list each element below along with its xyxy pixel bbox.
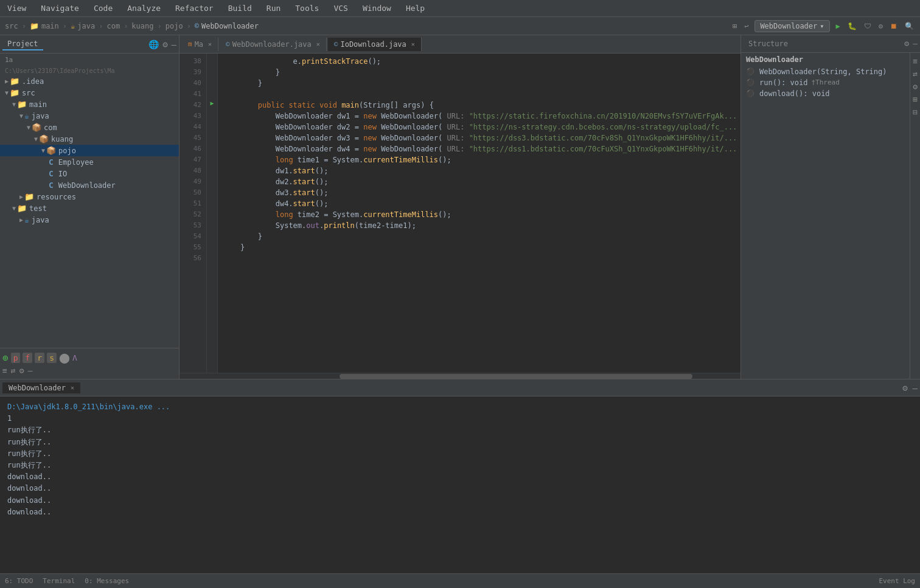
- status-messages[interactable]: 0: Messages: [85, 577, 129, 585]
- struct-item-download[interactable]: ⚫ download(): void: [741, 88, 910, 99]
- menu-view[interactable]: View: [5, 2, 29, 14]
- breadcrumb-src[interactable]: src: [5, 22, 18, 30]
- struct-minimize-icon[interactable]: —: [913, 39, 918, 48]
- class-icon-employee: C: [49, 157, 54, 167]
- pkg-icon-com: 📦: [32, 123, 41, 132]
- struct-side-settings[interactable]: ⚙: [913, 82, 918, 91]
- struct-side-expand[interactable]: ⊞: [913, 95, 918, 104]
- status-terminal[interactable]: Terminal: [43, 577, 75, 585]
- tree-item-main[interactable]: ▼ 📁 main: [0, 99, 179, 110]
- menu-window[interactable]: Window: [360, 2, 394, 14]
- tree-item-idea[interactable]: ▶ 📁 .idea: [0, 75, 179, 87]
- menu-run[interactable]: Run: [264, 2, 283, 14]
- sidebar-action-r[interactable]: r: [35, 353, 44, 363]
- sidebar-action-dot[interactable]: ⬤: [59, 352, 70, 364]
- tree-item-io[interactable]: C IO: [0, 168, 179, 179]
- structure-tab[interactable]: Structure: [744, 38, 793, 49]
- sidebar-re-icon2[interactable]: ⇄: [11, 366, 16, 375]
- horizontal-scrollbar[interactable]: [179, 373, 741, 379]
- sidebar-icon-minimize[interactable]: —: [172, 40, 176, 49]
- expand-kuang: ▼: [34, 136, 38, 142]
- tab-main[interactable]: m Ma ✕: [182, 38, 218, 51]
- nav-bar: src › 📁 main › ☕ java › com › kuang › po…: [0, 17, 920, 35]
- sidebar-action-add[interactable]: ⊕: [2, 352, 9, 364]
- folder-icon-resources: 📁: [24, 192, 34, 201]
- console-line-0: D:\Java\jdk1.8.0_211\bin\java.exe ...: [7, 401, 913, 413]
- status-terminal-label: Terminal: [43, 577, 75, 585]
- breadcrumb-java[interactable]: ☕ java: [71, 22, 95, 30]
- sidebar-action-f[interactable]: f: [23, 353, 32, 363]
- tree-item-resources[interactable]: ▶ 📁 resources: [0, 191, 179, 202]
- tree-item-employee[interactable]: C Employee: [0, 156, 179, 168]
- code-line-43: WebDownloader dw1 = new WebDownloader( U…: [223, 111, 741, 122]
- sidebar-icon-globe[interactable]: 🌐: [148, 40, 159, 49]
- menu-refactor[interactable]: Refactor: [173, 2, 216, 14]
- tab-webdownloader[interactable]: © WebDownloader.java ✕: [220, 38, 327, 51]
- scrollbar-thumb[interactable]: [340, 374, 692, 379]
- sidebar-path: C:\Users\23107\IdeaProjects\Ma: [0, 66, 179, 75]
- status-todo[interactable]: 6: TODO: [5, 577, 33, 585]
- bottom-minimize-icon[interactable]: —: [913, 383, 918, 393]
- profile-button[interactable]: ⚙: [877, 21, 884, 32]
- breadcrumb-main[interactable]: 📁 main: [30, 22, 59, 30]
- tree-label-webdownloader: WebDownloader: [58, 181, 116, 190]
- tree-item-webdownloader[interactable]: C WebDownloader: [0, 179, 179, 191]
- bottom-settings-icon[interactable]: ⚙: [902, 383, 907, 393]
- tree-label-java: java: [32, 112, 49, 120]
- tree-item-test[interactable]: ▼ 📁 test: [0, 202, 179, 214]
- sidebar-action-s[interactable]: s: [47, 353, 57, 363]
- breadcrumb-com[interactable]: com: [106, 22, 120, 30]
- sidebar-action-p[interactable]: p: [11, 353, 21, 363]
- tree-item-src[interactable]: ▼ 📁 src: [0, 87, 179, 99]
- struct-item-run[interactable]: ⚫ run(): void †Thread: [741, 77, 910, 88]
- sidebar-re-settings[interactable]: ⚙: [19, 366, 24, 375]
- tab-iodownload[interactable]: © IoDownload.java ✕: [328, 38, 422, 51]
- editor-container: m Ma ✕ © WebDownloader.java ✕ © IoDownlo…: [179, 35, 741, 379]
- status-event-log[interactable]: Event Log: [879, 577, 915, 585]
- menu-build[interactable]: Build: [226, 2, 254, 14]
- tree-item-com[interactable]: ▼ 📦 com: [0, 122, 179, 133]
- struct-side-icon2[interactable]: ⇄: [913, 69, 918, 78]
- bottom-tab-webdownloader[interactable]: WebDownloader ✕: [2, 382, 80, 393]
- bottom-tab-close[interactable]: ✕: [71, 384, 74, 391]
- struct-side-icon1[interactable]: ≡: [913, 57, 918, 66]
- tab-close-wd[interactable]: ✕: [316, 41, 320, 47]
- menu-help[interactable]: Help: [403, 2, 427, 14]
- struct-side-hide[interactable]: ⊟: [913, 108, 918, 117]
- search-button[interactable]: 🔍: [904, 21, 915, 32]
- code-lines[interactable]: e.printStackTrace(); } } public static v…: [218, 54, 741, 373]
- nav-icon-1[interactable]: ⊞: [731, 21, 738, 32]
- menu-vcs[interactable]: VCS: [331, 2, 350, 14]
- menu-code[interactable]: Code: [91, 2, 115, 14]
- debug-button[interactable]: 🐛: [846, 21, 858, 32]
- menu-analyze[interactable]: Analyze: [125, 2, 163, 14]
- console-line-5: run执行了..: [7, 460, 913, 471]
- sidebar-re-icon1[interactable]: ≡: [2, 366, 7, 375]
- struct-item-constructor[interactable]: ⚫ WebDownloader(String, String): [741, 66, 910, 77]
- coverage-button[interactable]: 🛡: [863, 21, 873, 32]
- struct-settings-icon[interactable]: ⚙: [904, 39, 909, 48]
- tree-item-kuang[interactable]: ▼ 📦 kuang: [0, 133, 179, 145]
- breadcrumb-kuang-label: kuang: [131, 22, 153, 30]
- nav-icon-2[interactable]: ↩: [743, 21, 750, 32]
- sidebar-action-m[interactable]: Λ: [72, 353, 77, 362]
- folder-icon-src: 📁: [10, 88, 19, 97]
- sidebar-icon-settings[interactable]: ⚙: [162, 40, 167, 49]
- menu-tools[interactable]: Tools: [293, 2, 321, 14]
- menu-navigate[interactable]: Navigate: [38, 2, 82, 14]
- run-config-arrow: ▾: [820, 22, 824, 30]
- run-button[interactable]: ▶: [835, 21, 842, 32]
- tree-item-pojo[interactable]: ▼ 📦 pojo: [0, 145, 179, 156]
- breadcrumb-webdownloader[interactable]: © WebDownloader: [195, 22, 259, 30]
- breadcrumb-pojo[interactable]: pojo: [166, 22, 183, 30]
- sidebar-re-minimize[interactable]: —: [27, 366, 32, 375]
- run-config[interactable]: WebDownloader ▾: [754, 20, 829, 32]
- tab-close-io[interactable]: ✕: [411, 41, 415, 47]
- breadcrumb-kuang[interactable]: kuang: [131, 22, 153, 30]
- sidebar-tab-project[interactable]: Project: [2, 38, 43, 50]
- tree-item-java[interactable]: ▼ ☕ java: [0, 110, 179, 122]
- stop-button[interactable]: ⏹: [889, 21, 899, 32]
- tree-item-testjava[interactable]: ▶ ☕ java: [0, 214, 179, 226]
- code-line-45: WebDownloader dw3 = new WebDownloader( U…: [223, 133, 741, 144]
- tab-close-main[interactable]: ✕: [208, 41, 212, 47]
